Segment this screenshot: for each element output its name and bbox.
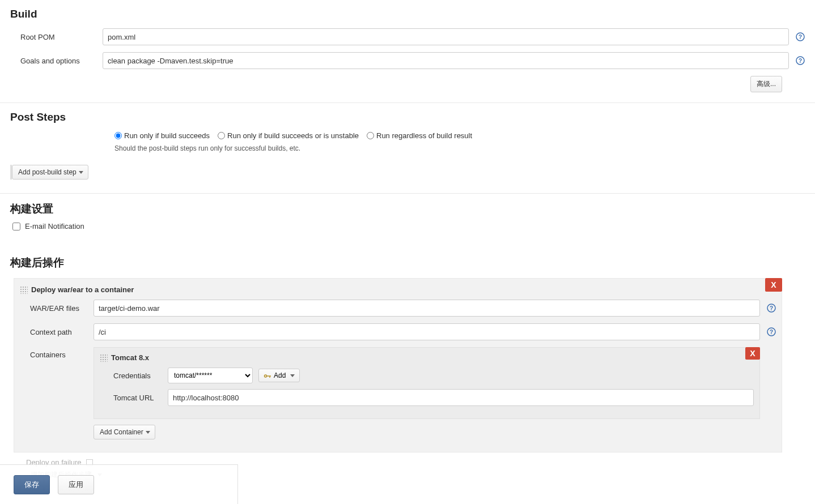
add-post-build-step-button[interactable]: Add post-build step — [12, 165, 88, 180]
deploy-container-block: X Deploy war/ear to a container WAR/EAR … — [14, 278, 782, 452]
post-steps-radios: Run only if build succeeds Run only if b… — [10, 131, 805, 140]
radio-unstable-input[interactable] — [218, 132, 225, 139]
war-files-row: WAR/EAR files ? — [20, 300, 776, 317]
close-icon[interactable]: X — [745, 347, 760, 360]
email-notification-row: E-mail Notification — [12, 222, 805, 230]
build-settings-title: 构建设置 — [10, 202, 805, 216]
root-pom-row: Root POM ? — [10, 28, 805, 45]
goals-row: Goals and options ? — [10, 52, 805, 69]
context-path-row: Context path ? — [20, 323, 776, 340]
credentials-add-button[interactable]: Add — [258, 369, 300, 382]
radio-unstable[interactable]: Run only if build succeeds or is unstabl… — [218, 131, 359, 140]
build-section: Build Root POM ? Goals and options ? 高级.… — [0, 0, 815, 103]
svg-text:?: ? — [799, 58, 802, 64]
post-steps-hint: Should the post-build steps run only for… — [10, 144, 805, 152]
key-icon — [264, 373, 271, 378]
help-icon[interactable]: ? — [767, 304, 776, 313]
apply-button[interactable]: 应用 — [58, 475, 94, 494]
close-icon[interactable]: X — [765, 278, 782, 292]
build-settings-section: 构建设置 E-mail Notification — [0, 194, 815, 247]
add-container-button[interactable]: Add Container — [94, 425, 155, 439]
svg-text:?: ? — [799, 34, 802, 40]
caret-down-icon — [79, 171, 83, 174]
build-title: Build — [10, 8, 805, 20]
drag-handle-icon[interactable] — [20, 286, 28, 294]
tomcat-url-label: Tomcat URL — [113, 394, 168, 402]
save-button[interactable]: 保存 — [14, 475, 50, 494]
caret-down-icon — [290, 374, 295, 377]
help-icon[interactable]: ? — [767, 327, 776, 336]
post-steps-title: Post Steps — [10, 111, 805, 123]
post-build-title: 构建后操作 — [10, 255, 805, 270]
email-notification-checkbox[interactable] — [12, 223, 20, 230]
root-pom-label: Root POM — [10, 33, 103, 41]
drag-handle-icon[interactable] — [100, 354, 108, 362]
post-steps-section: Post Steps Run only if build succeeds Ru… — [0, 103, 815, 194]
credentials-select[interactable]: tomcat/****** — [168, 368, 253, 383]
caret-down-icon — [146, 431, 150, 434]
war-files-input[interactable] — [94, 300, 760, 317]
svg-point-8 — [265, 375, 267, 377]
credentials-row: Credentials tomcat/****** Add — [113, 368, 754, 383]
context-path-input[interactable] — [94, 323, 760, 340]
radio-regardless[interactable]: Run regardless of build result — [367, 131, 472, 140]
footer-bar: 保存 应用 — [0, 464, 238, 504]
tomcat-url-row: Tomcat URL — [113, 389, 754, 406]
tomcat-title: Tomcat 8.x — [111, 353, 149, 362]
advanced-button[interactable]: 高级... — [750, 76, 782, 92]
tomcat-url-input[interactable] — [168, 389, 754, 406]
help-icon[interactable]: ? — [796, 32, 805, 41]
war-files-label: WAR/EAR files — [20, 304, 94, 313]
deploy-title: Deploy war/ear to a container — [31, 285, 134, 294]
email-notification-label: E-mail Notification — [25, 222, 84, 230]
radio-regardless-input[interactable] — [367, 132, 374, 139]
goals-input[interactable] — [103, 52, 789, 69]
add-post-build-step-wrap: Add post-build step — [10, 165, 88, 180]
help-icon[interactable]: ? — [796, 56, 805, 65]
goals-label: Goals and options — [10, 57, 103, 65]
root-pom-input[interactable] — [103, 28, 789, 45]
credentials-label: Credentials — [113, 371, 168, 380]
radio-succeeds-input[interactable] — [114, 132, 122, 139]
containers-label: Containers — [20, 347, 94, 359]
svg-text:?: ? — [770, 305, 773, 311]
radio-succeeds[interactable]: Run only if build succeeds — [114, 131, 210, 140]
containers-row: Containers X Tomcat 8.x Credentials tomc… — [20, 347, 776, 439]
context-path-label: Context path — [20, 328, 94, 336]
svg-text:?: ? — [770, 329, 773, 335]
tomcat-block: X Tomcat 8.x Credentials tomcat/****** — [94, 347, 760, 419]
